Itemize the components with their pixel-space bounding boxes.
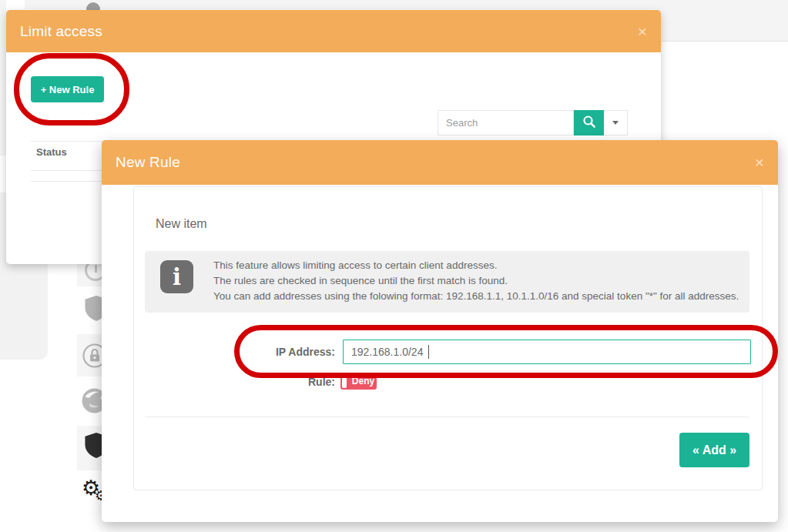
rule-toggle-deny[interactable]: Deny [340,373,377,390]
ip-address-label: IP Address: [231,346,335,358]
info-line: You can add addresses using the folowing… [213,289,739,304]
section-title: New item [156,217,207,231]
limit-access-modal-header: Limit access × [6,10,661,52]
status-column-header: Status [36,146,67,158]
close-icon[interactable]: × [638,24,647,39]
new-rule-button[interactable]: + New Rule [31,76,104,102]
form-divider [145,417,749,417]
new-rule-modal-title: New Rule [116,154,180,171]
info-box: i This feature allows limiting access to… [145,251,749,313]
search-options-dropdown[interactable] [604,110,628,136]
info-icon: i [160,260,193,293]
info-text: This feature allows limiting access to c… [213,258,739,304]
new-rule-modal: New Rule × New item i This feature allow… [102,140,778,522]
search-button[interactable] [574,110,604,136]
screen: ⚙ ⚙ Limit access × + New Rule [0,0,788,532]
new-item-panel [133,186,763,490]
add-button[interactable]: « Add » [679,433,749,467]
search-icon [582,115,596,131]
search-input[interactable] [438,110,574,136]
text-cursor [428,345,429,359]
info-line: The rules are checked in sequence until … [213,273,739,289]
info-line: This feature allows limiting access to c… [213,258,739,273]
toggle-handle [342,375,347,388]
rule-toggle-label: Deny [350,373,377,390]
background-top-right-panel [659,0,788,42]
background-top-notch [6,0,25,9]
rule-label: Rule: [231,376,335,388]
close-icon[interactable]: × [755,155,764,170]
ip-address-field[interactable] [343,340,751,364]
background-left-strip [0,9,6,156]
chevron-down-icon [612,121,619,125]
limit-access-modal-title: Limit access [20,23,102,40]
new-rule-modal-header: New Rule × [102,140,778,185]
search-group [438,110,628,136]
